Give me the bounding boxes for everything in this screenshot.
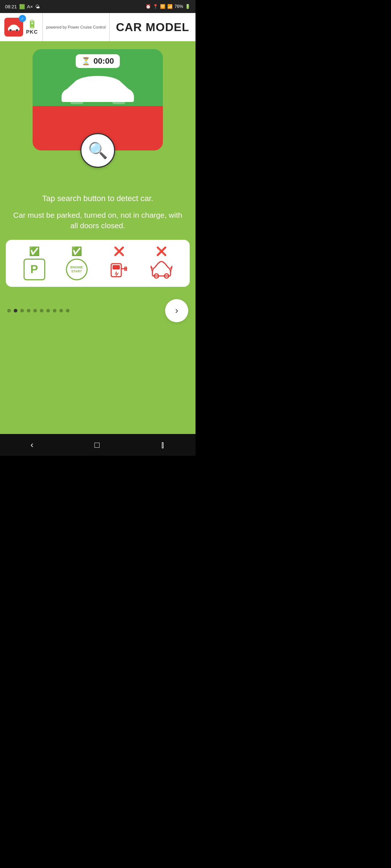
status-right: ⏰ 📍 🛜 📶 76% 🔋 (146, 4, 190, 9)
logo-check-badge: ✓ (19, 15, 26, 22)
dot-7 (53, 309, 56, 312)
car-silhouette-area (58, 72, 138, 104)
battery-icon: 🔋 (185, 4, 190, 9)
alarm-icon: ⏰ (146, 4, 151, 9)
main-content: ⏳ 00:00 🔍 Tap search button to detect ca… (0, 42, 196, 434)
powered-by-text: powered by Power Cruise Control (43, 13, 110, 41)
search-button[interactable]: 🔍 (80, 133, 115, 168)
battery-percent: 76% (175, 4, 183, 9)
svg-point-0 (9, 29, 12, 31)
car-logo-svg (7, 23, 20, 31)
car-silhouette-svg (58, 72, 138, 104)
status-bar: 08:21 🟩 A× 🌤 ⏰ 📍 🛜 📶 76% 🔋 (0, 0, 196, 13)
status-card: ✅ P ✅ ENGINESTART ❌ (6, 240, 190, 287)
signal-icon: 📶 (167, 4, 173, 9)
charging-svg (108, 259, 130, 280)
time-display: 08:21 (5, 4, 17, 9)
dots-area (7, 309, 70, 312)
car-card-top: ⏳ 00:00 (33, 49, 163, 106)
engine-start-icon: ENGINESTART (66, 259, 88, 280)
timer-badge: ⏳ 00:00 (76, 54, 119, 68)
recent-button[interactable]: ⫿ (161, 440, 165, 450)
dot-0 (7, 309, 11, 312)
parked-check-badge: ✅ (29, 246, 40, 256)
status-item-doors: ❌ (151, 246, 172, 280)
status-item-engine: ✅ ENGINESTART (66, 246, 88, 280)
pkc-icon: 🟩 (19, 4, 25, 9)
car-card-container: ⏳ 00:00 🔍 (33, 49, 163, 150)
search-icon: 🔍 (88, 141, 108, 160)
status-item-charging: ❌ (108, 246, 130, 280)
wifi-icon: 🛜 (160, 4, 165, 9)
charging-station-icon (108, 259, 130, 280)
sun-icon: 🌤 (35, 4, 40, 9)
dot-4 (33, 309, 37, 312)
font-size-icon: A× (27, 4, 33, 9)
pkc-area: 🔋 PKC (26, 20, 38, 35)
logo-area: ✓ 🔋 PKC (0, 13, 43, 41)
instruction-area: Tap search button to detect car. Car mus… (0, 194, 196, 231)
battery-charge-icon: 🔋 (27, 20, 37, 29)
instruction-sub: Car must be parked, turned on, not in ch… (11, 210, 185, 231)
svg-point-1 (16, 29, 18, 31)
open-doors-icon (151, 259, 172, 280)
dot-3 (27, 309, 30, 312)
dot-8 (59, 309, 63, 312)
instruction-main: Tap search button to detect car. (11, 194, 185, 203)
status-item-parked: ✅ P (24, 246, 45, 280)
bottom-nav: ‹ □ ⫿ (0, 434, 196, 456)
dot-9 (66, 309, 70, 312)
hourglass-icon: ⏳ (81, 57, 91, 65)
doors-svg (151, 259, 172, 280)
pkc-label: PKC (26, 29, 38, 35)
dot-6 (46, 309, 50, 312)
charging-x-badge: ❌ (114, 246, 125, 256)
dot-1[interactable] (14, 309, 17, 312)
header-title-area: CAR MODEL (110, 13, 196, 41)
dot-2 (20, 309, 24, 312)
doors-x-badge: ❌ (156, 246, 167, 256)
app-logo: ✓ (4, 18, 23, 37)
parking-icon: P (24, 259, 45, 280)
back-button[interactable]: ‹ (30, 440, 33, 450)
svg-rect-5 (113, 265, 120, 269)
page-title: CAR MODEL (116, 21, 189, 34)
timer-display: 00:00 (93, 56, 114, 66)
status-left: 08:21 🟩 A× 🌤 (5, 4, 40, 9)
pagination-row: › (0, 290, 196, 326)
next-button[interactable]: › (165, 299, 188, 322)
home-button[interactable]: □ (94, 440, 100, 450)
engine-check-badge: ✅ (71, 246, 82, 256)
location-icon: 📍 (153, 4, 158, 9)
app-header: ✓ 🔋 PKC powered by Power Cruise Control … (0, 13, 196, 42)
dot-5 (40, 309, 43, 312)
